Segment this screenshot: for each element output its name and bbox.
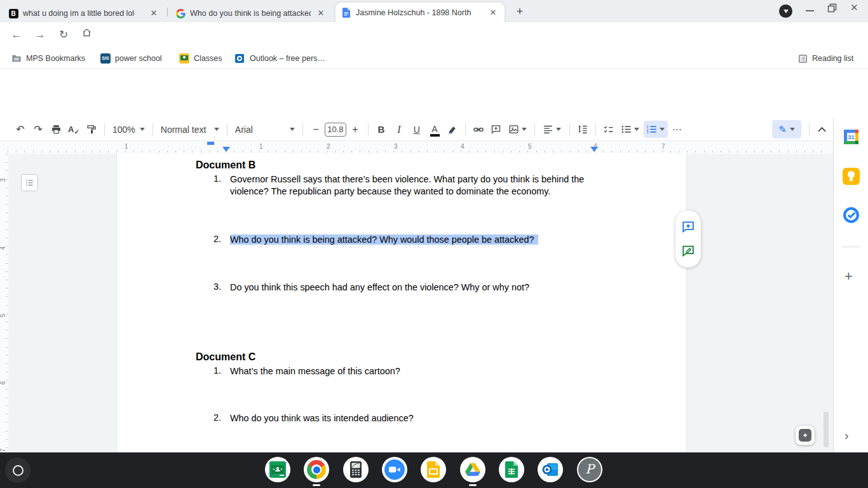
pencil-icon: ✎ <box>778 124 787 135</box>
tab-close-icon[interactable]: ✕ <box>148 8 159 19</box>
insert-link-icon[interactable] <box>470 121 487 138</box>
align-icon[interactable] <box>539 121 565 138</box>
bookmark-mps[interactable]: MPS Bookmarks <box>11 51 85 65</box>
launcher-button[interactable] <box>5 458 31 483</box>
reload-icon[interactable]: ↻ <box>56 27 71 43</box>
editing-mode-button[interactable]: ✎ <box>772 120 801 139</box>
restore-button[interactable] <box>827 3 837 15</box>
running-app-indicator <box>313 484 320 486</box>
suggest-edit-icon[interactable] <box>681 244 695 258</box>
folder-icon <box>11 54 22 63</box>
undo-icon[interactable]: ↶ <box>12 121 29 138</box>
ruler-number: 2 <box>327 143 330 150</box>
outlook-icon <box>235 53 245 64</box>
chrome-app-icon[interactable] <box>304 457 329 482</box>
tab-close-icon[interactable]: ✕ <box>487 7 499 18</box>
tab-2[interactable]: Who do you think is being attacked ✕ <box>170 4 332 22</box>
ruler-number: 1 <box>259 143 263 150</box>
ruler-number: 5 <box>0 311 6 320</box>
google-slides-app-icon[interactable] <box>421 457 446 482</box>
bold-icon[interactable]: B <box>373 121 390 138</box>
outlook-app-icon[interactable] <box>538 457 563 482</box>
add-comment-icon[interactable] <box>681 220 695 234</box>
insert-image-icon[interactable] <box>506 121 530 138</box>
google-drive-app-icon[interactable] <box>460 457 485 482</box>
bookmark-classes[interactable]: Classes <box>179 51 222 65</box>
italic-icon[interactable]: I <box>391 121 407 138</box>
collapse-panel-chevron-icon[interactable]: › <box>844 428 849 443</box>
explore-button[interactable]: ✦ <box>796 426 815 445</box>
bookmark-outlook[interactable]: Outlook – free pers… <box>235 51 325 65</box>
bookmark-label: power school <box>115 54 162 63</box>
document-outline-button[interactable] <box>21 174 38 191</box>
bookmark-label: MPS Bookmarks <box>26 54 85 63</box>
graphing-calculator-app-icon[interactable] <box>343 457 369 482</box>
panel-divider <box>842 247 860 247</box>
browser-caret-menu-icon[interactable] <box>779 4 792 18</box>
home-icon[interactable] <box>79 27 94 43</box>
ruler-number: 1 <box>125 143 128 150</box>
bulleted-list-icon[interactable] <box>618 121 642 138</box>
zoom-app-icon[interactable] <box>382 457 407 482</box>
bookmark-label: Classes <box>194 54 222 63</box>
checklist-icon[interactable] <box>600 121 617 138</box>
redo-icon[interactable]: ↷ <box>30 121 46 138</box>
close-window-button[interactable]: ✕ <box>850 2 858 13</box>
ruler-number: 5 <box>528 143 532 150</box>
google-calendar-icon[interactable]: 31 <box>843 128 860 146</box>
document-b-heading: Document B <box>196 159 255 171</box>
classroom-app-icon[interactable] <box>265 457 290 482</box>
first-line-indent-marker[interactable] <box>207 142 214 145</box>
horizontal-ruler[interactable]: 1 1 2 3 4 5 6 7 <box>0 141 833 154</box>
google-tasks-icon[interactable] <box>843 207 860 224</box>
svg-text:31: 31 <box>848 134 854 140</box>
minimize-button[interactable] <box>806 10 814 11</box>
highlight-color-icon[interactable] <box>444 121 461 138</box>
decrease-font-icon[interactable]: − <box>308 121 324 138</box>
paragraph-style-select[interactable]: Normal text <box>157 121 223 138</box>
underline-icon[interactable]: U <box>409 121 425 138</box>
style-value: Normal text <box>161 125 207 135</box>
font-size-input[interactable]: 10.8 <box>325 123 346 137</box>
ruler-number: 7 <box>661 143 665 150</box>
chevron-down-icon <box>790 128 795 131</box>
document-page[interactable]: Document B 1. Governor Russell says that… <box>116 154 687 452</box>
tab-title: Jasmine Holzschuh - 1898 North <box>356 8 483 17</box>
increase-font-icon[interactable]: + <box>347 121 363 138</box>
text-color-icon[interactable]: A <box>426 121 443 138</box>
google-sheets-app-icon[interactable] <box>499 457 524 482</box>
right-indent-marker[interactable] <box>590 147 598 152</box>
hide-menus-chevron-icon[interactable] <box>817 124 827 135</box>
tab-title: what u doing im a little bored lol <box>23 9 144 18</box>
tab-1[interactable]: B what u doing im a little bored lol ✕ <box>3 4 165 22</box>
vertical-ruler[interactable]: 3 4 5 6 7 <box>0 154 8 452</box>
gray-p-app-icon[interactable]: P <box>577 457 602 482</box>
google-keep-icon[interactable] <box>843 168 860 185</box>
zoom-select[interactable]: 100% <box>109 121 149 138</box>
spellcheck-icon[interactable]: A✓ <box>65 121 82 138</box>
docs-toolbar: ↶ ↷ A✓ 100% Normal text Arial − 10.8 + B… <box>0 118 833 141</box>
left-indent-marker[interactable] <box>222 147 230 152</box>
back-icon[interactable]: ← <box>9 27 24 43</box>
new-tab-button[interactable]: + <box>512 4 527 19</box>
print-icon[interactable] <box>48 121 64 138</box>
tab-3-active[interactable]: Jasmine Holzschuh - 1898 North ✕ <box>336 3 505 22</box>
numbered-list-icon[interactable]: 123 <box>644 121 668 138</box>
tab-close-icon[interactable]: ✕ <box>315 8 327 19</box>
add-comment-icon[interactable] <box>488 121 505 138</box>
classroom-icon <box>179 53 189 64</box>
line-spacing-icon[interactable] <box>574 121 591 138</box>
add-addon-icon[interactable]: + <box>844 268 853 285</box>
document-canvas: 3 4 5 6 7 Document B 1. Governor Russell… <box>0 154 833 452</box>
selection-action-pill <box>675 210 701 268</box>
paint-format-icon[interactable] <box>83 121 100 138</box>
vertical-scrollbar[interactable] <box>824 412 829 447</box>
running-app-indicator <box>469 484 477 486</box>
forward-icon[interactable]: → <box>32 27 48 43</box>
more-options-icon[interactable]: ⋯ <box>669 121 686 138</box>
browser-toolbar: ← → ↻ ?The republican party because they… <box>0 22 868 48</box>
font-select[interactable]: Arial <box>231 121 299 138</box>
chevron-down-icon <box>140 128 145 131</box>
reading-list-button[interactable]: Reading list <box>798 51 853 65</box>
bookmark-powerschool[interactable]: SIS power school <box>100 51 162 65</box>
